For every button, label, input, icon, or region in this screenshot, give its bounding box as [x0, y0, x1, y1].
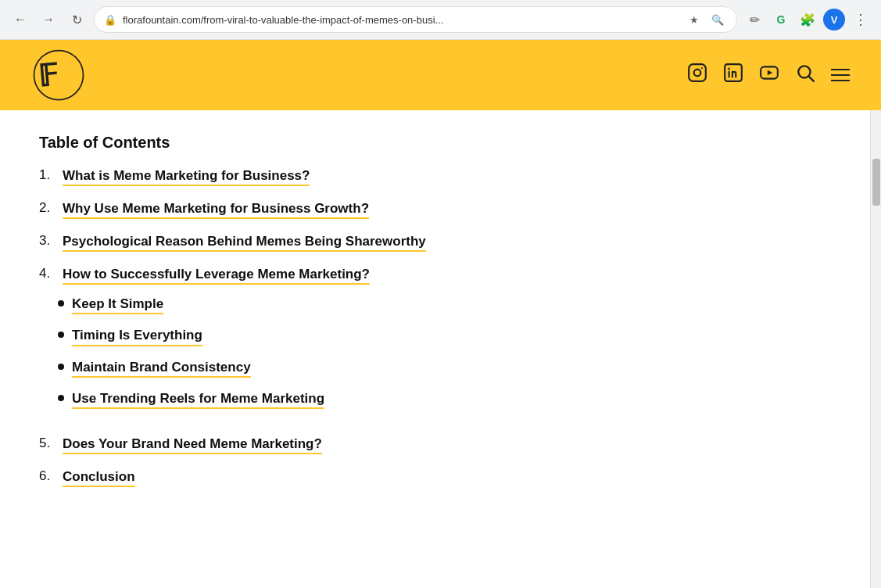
bullet-icon	[58, 364, 64, 370]
youtube-icon[interactable]	[759, 63, 779, 88]
bookmark-button[interactable]: ★	[685, 10, 704, 29]
profile-avatar[interactable]: V	[823, 9, 845, 30]
toc-number-1: 1.	[39, 167, 58, 183]
toc-sub-link-4-3[interactable]: Maintain Brand Consistency	[72, 359, 251, 378]
toc-sublist-4: Keep It Simple Timing Is Everything Main…	[58, 296, 324, 421]
toc-number-6: 6.	[39, 468, 58, 484]
linkedin-icon[interactable]	[723, 63, 743, 88]
toc-title: Table of Contents	[39, 134, 831, 152]
toc-link-3[interactable]: Psychological Reason Behind Memes Being …	[63, 233, 426, 252]
toc-link-5[interactable]: Does Your Brand Need Meme Marketing?	[63, 436, 322, 454]
toc-link-4[interactable]: How to Successfully Leverage Meme Market…	[63, 266, 370, 285]
toc-subitem-4-4: Use Trending Reels for Meme Marketing	[58, 390, 324, 409]
extensions-button[interactable]: 🧩	[797, 9, 818, 30]
grammarly-extension-button[interactable]: G	[770, 9, 792, 30]
toc-link-6[interactable]: Conclusion	[63, 468, 135, 487]
search-icon[interactable]	[795, 63, 815, 88]
browser-extensions: ✏ G 🧩 V ⋮	[743, 9, 872, 30]
hamburger-line-3	[831, 80, 850, 81]
url-text: florafountain.com/from-viral-to-valuable…	[123, 14, 679, 26]
toc-item-4: 4. How to Successfully Leverage Meme Mar…	[39, 266, 831, 421]
toc-number-2: 2.	[39, 200, 58, 216]
page-wrapper: 𝔽	[0, 40, 881, 588]
toc-subitem-4-1: Keep It Simple	[58, 296, 324, 314]
pencil-extension-button[interactable]: ✏	[743, 9, 765, 30]
toc-link-1[interactable]: What is Meme Marketing for Business?	[63, 167, 310, 186]
instagram-icon[interactable]	[687, 63, 707, 88]
bullet-icon	[58, 395, 64, 401]
back-button[interactable]: ←	[9, 9, 31, 30]
scrollbar-track[interactable]	[870, 110, 881, 588]
toc-list: 1. What is Meme Marketing for Business? …	[39, 167, 831, 487]
logo-svg: 𝔽	[31, 48, 86, 102]
address-bar[interactable]: 🔒 florafountain.com/from-viral-to-valuab…	[94, 6, 737, 33]
toc-link-2[interactable]: Why Use Meme Marketing for Business Grow…	[63, 200, 369, 219]
bullet-icon	[58, 300, 64, 307]
more-options-button[interactable]: ⋮	[850, 9, 872, 30]
content-area: Table of Contents 1. What is Meme Market…	[0, 110, 881, 588]
toc-item-2: 2. Why Use Meme Marketing for Business G…	[39, 200, 831, 219]
browser-chrome: ← → ↻ 🔒 florafountain.com/from-viral-to-…	[0, 0, 881, 40]
bullet-icon	[58, 332, 64, 338]
toc-subitem-4-3: Maintain Brand Consistency	[58, 359, 324, 378]
toc-item-3: 3. Psychological Reason Behind Memes Bei…	[39, 233, 831, 252]
toc-item-6: 6. Conclusion	[39, 468, 831, 487]
security-icon: 🔒	[104, 14, 116, 26]
svg-marker-10	[768, 70, 773, 76]
logo-container[interactable]: 𝔽	[31, 48, 86, 102]
toc-number-5: 5.	[39, 436, 58, 451]
toc-item-1: 1. What is Meme Marketing for Business?	[39, 167, 831, 186]
svg-point-3	[694, 70, 701, 77]
toc-item-5: 5. Does Your Brand Need Meme Marketing?	[39, 436, 831, 454]
browser-toolbar: ← → ↻ 🔒 florafountain.com/from-viral-to-…	[0, 0, 881, 39]
toc-subitem-4-2: Timing Is Everything	[58, 327, 324, 346]
scrollbar-thumb[interactable]	[872, 159, 880, 206]
forward-button[interactable]: →	[38, 9, 59, 30]
hamburger-line-1	[831, 69, 850, 70]
hamburger-line-2	[831, 74, 850, 76]
reload-button[interactable]: ↻	[66, 9, 88, 30]
toc-sub-link-4-4[interactable]: Use Trending Reels for Meme Marketing	[72, 390, 324, 409]
svg-line-12	[809, 77, 814, 81]
toc-number-3: 3.	[39, 233, 58, 249]
toc-sub-link-4-2[interactable]: Timing Is Everything	[72, 327, 202, 346]
search-in-page-button[interactable]: 🔍	[708, 10, 727, 29]
header-nav	[687, 63, 850, 88]
svg-rect-2	[689, 64, 706, 81]
svg-text:𝔽: 𝔽	[37, 59, 60, 93]
svg-point-4	[701, 67, 703, 69]
main-content: Table of Contents 1. What is Meme Market…	[0, 110, 870, 588]
hamburger-menu-icon[interactable]	[831, 69, 850, 81]
site-header: 𝔽	[0, 40, 881, 110]
toc-sub-link-4-1[interactable]: Keep It Simple	[72, 296, 163, 314]
toc-number-4: 4.	[39, 266, 58, 281]
